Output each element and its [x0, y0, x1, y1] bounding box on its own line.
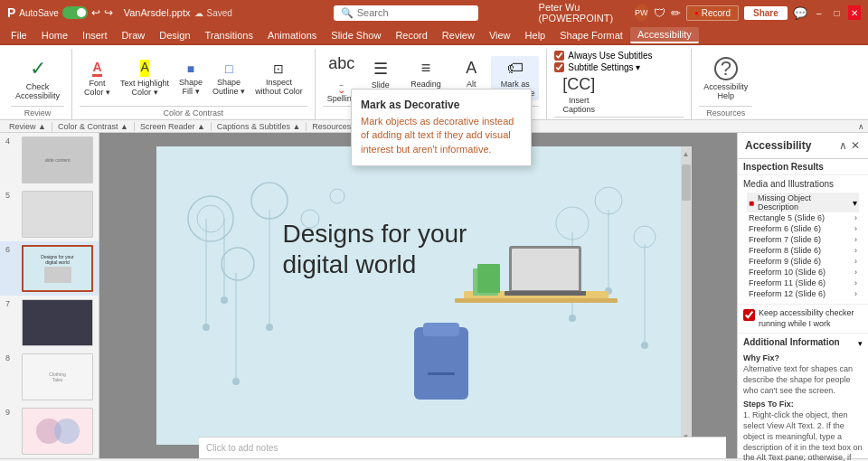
menu-item-view[interactable]: View — [482, 28, 518, 42]
menu-item-file[interactable]: File — [4, 28, 34, 42]
menu-item-shapeformat[interactable]: Shape Format — [552, 28, 630, 42]
menu-item-draw[interactable]: Draw — [115, 28, 153, 42]
svg-point-6 — [221, 296, 228, 304]
expand-icon: ▲ — [120, 122, 128, 131]
panel-collapse-button[interactable]: ∧ — [838, 138, 848, 153]
accessibility-help-button[interactable]: ? AccessibilityHelp — [699, 54, 752, 103]
menu-item-home[interactable]: Home — [34, 28, 75, 42]
shape-outline-icon: □ — [225, 61, 232, 76]
minimize-button[interactable]: – — [813, 5, 826, 20]
collapse-icon: ▲ — [38, 122, 46, 131]
inspection-results-section: Inspection Results — [738, 159, 868, 175]
comments-icon[interactable]: 💬 — [793, 6, 807, 20]
slide-6-preview: Designs for yourdigital world — [22, 245, 93, 292]
slide-title-icon: ☰ — [373, 59, 388, 79]
review-group-label: Review — [11, 106, 64, 118]
share-button[interactable]: Share — [744, 6, 788, 20]
slide-decorations — [156, 146, 681, 445]
resources-label: Resources — [699, 106, 752, 118]
menu-item-transitions[interactable]: Transitions — [198, 28, 260, 42]
search-box[interactable]: 🔍 — [334, 5, 478, 21]
menu-item-design[interactable]: Design — [152, 28, 197, 42]
menu-item-help[interactable]: Help — [518, 28, 553, 42]
screen-reader-section: Screen Reader ▲ — [135, 122, 212, 131]
additional-info-section: Additional Information ▾ Why Fix? Altern… — [738, 334, 868, 461]
menu-item-review[interactable]: Review — [435, 28, 482, 42]
title-bar: P AutoSave ↩ ↪ VanArsdel.pptx ☁ Saved 🔍 … — [0, 0, 868, 25]
slide-heading-text: Designs for your digital world — [283, 219, 467, 279]
shape-outline-button[interactable]: □ ShapeOutline ▾ — [208, 59, 250, 99]
autosave-toggle[interactable] — [62, 6, 88, 19]
svg-rect-29 — [477, 264, 500, 293]
subtitle-settings-checkbox[interactable] — [554, 62, 564, 72]
search-input[interactable] — [357, 7, 466, 18]
additional-info-label: Additional Information — [743, 337, 840, 347]
notes-area[interactable]: Click to add notes — [199, 437, 726, 458]
menu-item-animations[interactable]: Animations — [260, 28, 324, 42]
menu-item-accessibility[interactable]: Accessibility — [630, 27, 699, 43]
list-item[interactable]: Freeform 10 (Slide 6)› — [747, 267, 859, 278]
list-item[interactable]: Freeform 7 (Slide 6)› — [747, 234, 859, 245]
menu-item-slideshow[interactable]: Slide Show — [324, 28, 388, 42]
review-section-collapse[interactable]: Review ▲ — [4, 122, 52, 131]
captions-options: Always Use Subtitles Subtitle Settings ▾ — [554, 51, 652, 72]
slide-thumb-9[interactable]: 9 — [0, 404, 99, 458]
checker-running-row: Keep accessibility checker running while… — [738, 305, 868, 334]
close-button[interactable]: ✕ — [848, 5, 861, 20]
redo-icon[interactable]: ↪ — [104, 6, 113, 19]
ribbon-group-captions: Always Use Subtitles Subtitle Settings ▾… — [547, 49, 692, 119]
maximize-button[interactable]: □ — [831, 5, 844, 20]
user-avatar[interactable]: PW — [635, 4, 648, 22]
font-color-button[interactable]: A FontColor ▾ — [80, 57, 115, 99]
resources-buttons: ? AccessibilityHelp — [699, 51, 752, 106]
svg-point-0 — [188, 196, 233, 241]
list-item[interactable]: Freeform 8 (Slide 6)› — [747, 245, 859, 256]
check-accessibility-button[interactable]: ✓ CheckAccessibility — [11, 54, 64, 103]
ribbon-collapse-all[interactable]: ∧ — [858, 122, 864, 131]
main-layout: 4 slide content 5 6 Designs for yourdigi… — [0, 133, 868, 458]
inspect-color-button[interactable]: ⊡ Inspectwithout Color — [250, 59, 307, 99]
slide-thumb-5[interactable]: 5 — [0, 187, 99, 241]
username: Peter Wu (POWERPOINT) — [539, 2, 629, 24]
panel-close-button[interactable]: ✕ — [850, 138, 861, 153]
menu-bar: File Home Insert Draw Design Transitions… — [0, 25, 868, 45]
ribbon-group-review: ✓ CheckAccessibility Review — [4, 49, 72, 119]
keep-running-label: Keep accessibility checker running while… — [759, 308, 863, 329]
slide-wrapper: Designs for your digital world ▼ ▲ — [156, 146, 681, 445]
accessibility-panel: Accessibility ∧ ✕ Inspection Results Med… — [737, 133, 868, 458]
list-item[interactable]: Freeform 12 (Slide 6)› — [747, 288, 859, 298]
additional-info-header: Additional Information ▾ — [743, 337, 863, 350]
always-use-subtitles-checkbox[interactable] — [554, 51, 564, 61]
list-item[interactable]: Freeform 11 (Slide 6)› — [747, 278, 859, 288]
menu-item-record[interactable]: Record — [388, 28, 434, 42]
missing-object-group: ■ Missing Object Description ▾ Rectangle… — [743, 191, 863, 300]
svg-point-2 — [222, 248, 254, 280]
list-item[interactable]: Freeform 6 (Slide 6)› — [747, 223, 859, 234]
record-button[interactable]: ● Record — [686, 5, 739, 21]
slide-canvas[interactable]: Designs for your digital world — [156, 146, 681, 445]
media-illustrations-section: Media and Illustrations ■ Missing Object… — [738, 175, 868, 305]
missing-object-header[interactable]: ■ Missing Object Description ▾ — [747, 193, 859, 212]
slide-thumb-8[interactable]: 8 ClothingTales — [0, 350, 99, 404]
svg-rect-26 — [512, 249, 579, 290]
insert-captions-area: [CC] InsertCaptions — [554, 72, 603, 117]
slide-thumb-4[interactable]: 4 slide content — [0, 133, 99, 187]
text-highlight-button[interactable]: A Text HighlightColor ▾ — [116, 57, 174, 99]
slide-thumb-7[interactable]: 7 — [0, 296, 99, 350]
svg-point-19 — [641, 342, 648, 349]
inspect-color-icon: ⊡ — [273, 61, 284, 76]
undo-icon[interactable]: ↩ — [91, 6, 100, 19]
missing-items-list: Rectangle 5 (Slide 6)› Freeform 6 (Slide… — [747, 212, 859, 298]
menu-item-insert[interactable]: Insert — [75, 28, 115, 42]
shape-fill-button[interactable]: ■ ShapeFill ▾ — [175, 59, 207, 99]
list-item[interactable]: Freeform 9 (Slide 6)› — [747, 256, 859, 267]
slide-scrollbar[interactable]: ▼ ▲ — [681, 146, 692, 445]
insert-captions-button[interactable]: [CC] InsertCaptions — [558, 72, 599, 117]
list-item[interactable]: Rectangle 5 (Slide 6)› — [747, 212, 859, 223]
title-bar-right: Peter Wu (POWERPOINT) PW 🛡 ✏ ● Record Sh… — [539, 2, 861, 24]
search-icon: 🔍 — [341, 7, 354, 19]
svg-rect-32 — [428, 372, 455, 375]
slide-thumb-6[interactable]: 6 Designs for yourdigital world — [0, 241, 99, 296]
svg-point-1 — [197, 205, 224, 232]
keep-running-checkbox[interactable] — [743, 309, 755, 321]
